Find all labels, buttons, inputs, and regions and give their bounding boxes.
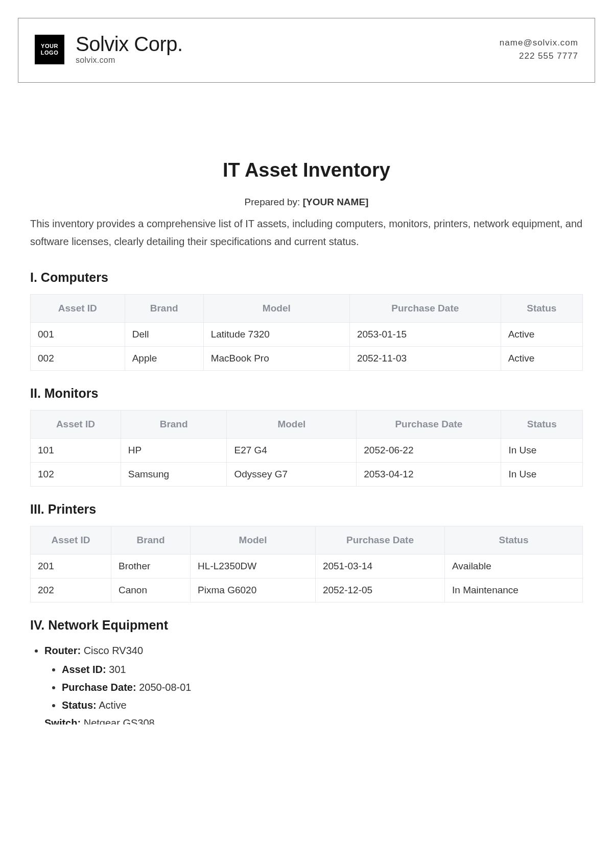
list-item: Status: Active bbox=[62, 696, 583, 714]
cell-status: Active bbox=[501, 347, 582, 371]
cell-asset-id: 002 bbox=[31, 347, 125, 371]
table-row: 002 Apple MacBook Pro 2052-11-03 Active bbox=[31, 347, 583, 371]
header-left: YOURLOGO Solvix Corp. solvix.com bbox=[35, 34, 183, 65]
cell-model: Odyssey G7 bbox=[227, 463, 357, 487]
detail-value: 301 bbox=[106, 664, 126, 675]
col-status: Status bbox=[501, 295, 582, 323]
col-model: Model bbox=[191, 526, 316, 554]
prepared-by-value: [YOUR NAME] bbox=[303, 197, 369, 207]
cell-purchase-date: 2052-12-05 bbox=[315, 578, 444, 602]
cell-status: In Maintenance bbox=[445, 578, 583, 602]
contact-email: name@solvix.com bbox=[500, 36, 578, 50]
col-model: Model bbox=[227, 411, 357, 439]
table-row: 202 Canon Pixma G6020 2052-12-05 In Main… bbox=[31, 578, 583, 602]
cell-asset-id: 101 bbox=[31, 439, 121, 463]
col-asset-id: Asset ID bbox=[31, 526, 111, 554]
detail-value: Active bbox=[97, 700, 127, 711]
cell-model: MacBook Pro bbox=[203, 347, 349, 371]
col-purchase-date: Purchase Date bbox=[349, 295, 501, 323]
company-block: Solvix Corp. solvix.com bbox=[76, 34, 183, 65]
section-heading-computers: I. Computers bbox=[30, 270, 583, 285]
document-header: YOURLOGO Solvix Corp. solvix.com name@so… bbox=[18, 18, 595, 83]
col-asset-id: Asset ID bbox=[31, 295, 125, 323]
computers-table: Asset ID Brand Model Purchase Date Statu… bbox=[30, 294, 583, 371]
table-row: 201 Brother HL-L2350DW 2051-03-14 Availa… bbox=[31, 554, 583, 578]
page-title: IT Asset Inventory bbox=[30, 159, 583, 181]
cell-asset-id: 001 bbox=[31, 323, 125, 347]
router-value: Cisco RV340 bbox=[81, 645, 143, 656]
col-brand: Brand bbox=[125, 295, 203, 323]
network-list: Router: Cisco RV340 Asset ID: 301 Purcha… bbox=[30, 642, 583, 725]
cell-asset-id: 202 bbox=[31, 578, 111, 602]
table-header-row: Asset ID Brand Model Purchase Date Statu… bbox=[31, 411, 583, 439]
monitors-table: Asset ID Brand Model Purchase Date Statu… bbox=[30, 410, 583, 487]
cell-purchase-date: 2052-06-22 bbox=[357, 439, 501, 463]
cell-model: Pixma G6020 bbox=[191, 578, 316, 602]
switch-value: Netgear GS308 bbox=[81, 717, 155, 725]
company-website: solvix.com bbox=[76, 56, 183, 65]
cell-purchase-date: 2051-03-14 bbox=[315, 554, 444, 578]
detail-label: Asset ID: bbox=[62, 664, 106, 675]
cell-asset-id: 201 bbox=[31, 554, 111, 578]
cell-asset-id: 102 bbox=[31, 463, 121, 487]
table-row: 101 HP E27 G4 2052-06-22 In Use bbox=[31, 439, 583, 463]
detail-label: Status: bbox=[62, 700, 97, 711]
cell-brand: Canon bbox=[111, 578, 191, 602]
cell-brand: Brother bbox=[111, 554, 191, 578]
router-label: Router: bbox=[44, 645, 81, 656]
switch-label: Switch: bbox=[44, 717, 81, 725]
cell-brand: Samsung bbox=[121, 463, 227, 487]
cell-purchase-date: 2052-11-03 bbox=[349, 347, 501, 371]
section-heading-monitors: II. Monitors bbox=[30, 386, 583, 401]
prepared-by-label: Prepared by: bbox=[245, 197, 303, 207]
col-brand: Brand bbox=[111, 526, 191, 554]
col-purchase-date: Purchase Date bbox=[357, 411, 501, 439]
table-header-row: Asset ID Brand Model Purchase Date Statu… bbox=[31, 295, 583, 323]
cell-status: In Use bbox=[501, 463, 583, 487]
cell-model: E27 G4 bbox=[227, 439, 357, 463]
section-heading-network: IV. Network Equipment bbox=[30, 618, 583, 633]
logo-placeholder: YOURLOGO bbox=[35, 35, 64, 64]
list-item: Purchase Date: 2050-08-01 bbox=[62, 679, 583, 696]
col-status: Status bbox=[501, 411, 583, 439]
table-row: 102 Samsung Odyssey G7 2053-04-12 In Use bbox=[31, 463, 583, 487]
document-body: IT Asset Inventory Prepared by: [YOUR NA… bbox=[18, 159, 595, 725]
detail-value: 2050-08-01 bbox=[136, 682, 192, 693]
table-header-row: Asset ID Brand Model Purchase Date Statu… bbox=[31, 526, 583, 554]
company-name: Solvix Corp. bbox=[76, 34, 183, 54]
contact-phone: 222 555 7777 bbox=[500, 50, 578, 63]
cell-purchase-date: 2053-01-15 bbox=[349, 323, 501, 347]
cell-purchase-date: 2053-04-12 bbox=[357, 463, 501, 487]
cell-model: Latitude 7320 bbox=[203, 323, 349, 347]
cell-brand: Apple bbox=[125, 347, 203, 371]
list-item-switch: Switch: Netgear GS308 bbox=[44, 714, 583, 725]
table-row: 001 Dell Latitude 7320 2053-01-15 Active bbox=[31, 323, 583, 347]
col-model: Model bbox=[203, 295, 349, 323]
detail-label: Purchase Date: bbox=[62, 682, 136, 693]
list-item: Asset ID: 301 bbox=[62, 661, 583, 679]
printers-table: Asset ID Brand Model Purchase Date Statu… bbox=[30, 526, 583, 602]
router-sublist: Asset ID: 301 Purchase Date: 2050-08-01 … bbox=[44, 661, 583, 714]
cell-brand: Dell bbox=[125, 323, 203, 347]
prepared-by-line: Prepared by: [YOUR NAME] bbox=[30, 197, 583, 208]
cell-status: In Use bbox=[501, 439, 583, 463]
cell-model: HL-L2350DW bbox=[191, 554, 316, 578]
section-heading-printers: III. Printers bbox=[30, 502, 583, 517]
col-purchase-date: Purchase Date bbox=[315, 526, 444, 554]
header-contact: name@solvix.com 222 555 7777 bbox=[500, 36, 578, 62]
col-brand: Brand bbox=[121, 411, 227, 439]
list-item-router: Router: Cisco RV340 Asset ID: 301 Purcha… bbox=[44, 642, 583, 714]
col-status: Status bbox=[445, 526, 583, 554]
cell-brand: HP bbox=[121, 439, 227, 463]
cell-status: Available bbox=[445, 554, 583, 578]
col-asset-id: Asset ID bbox=[31, 411, 121, 439]
cell-status: Active bbox=[501, 323, 582, 347]
intro-paragraph: This inventory provides a comprehensive … bbox=[30, 215, 583, 251]
